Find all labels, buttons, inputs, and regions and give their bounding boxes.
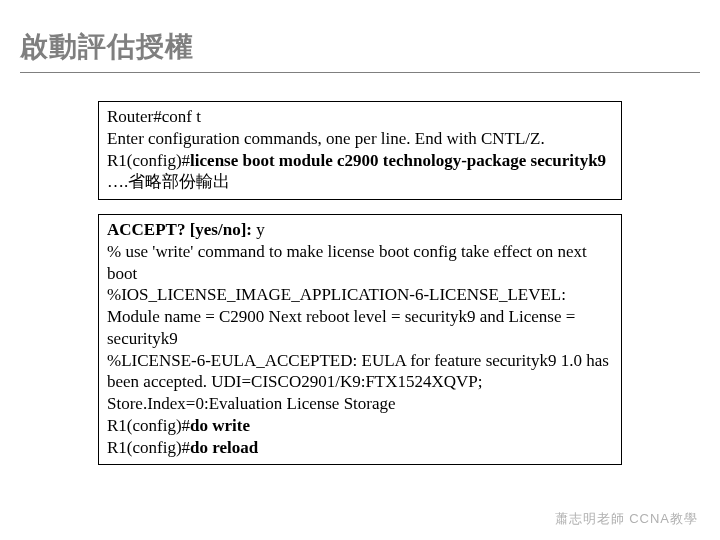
term2-line-1: ACCEPT? [yes/no]: y (107, 219, 613, 241)
term2-cmd-1: do write (190, 416, 250, 435)
term1-line-2: Enter configuration commands, one per li… (107, 128, 613, 150)
term1-prompt-2: R1(config)# (107, 151, 190, 170)
term2-line-4: %LICENSE-6-EULA_ACCEPTED: EULA for featu… (107, 350, 613, 415)
term2-prompt-accept: ACCEPT? [yes/no]: (107, 220, 256, 239)
term2-cmd-2: do reload (190, 438, 258, 457)
terminal-box-2: ACCEPT? [yes/no]: y % use 'write' comman… (98, 214, 622, 465)
term2-prompt-1: R1(config)# (107, 416, 190, 435)
term2-answer: y (256, 220, 265, 239)
slide-title: 啟動評估授權 (20, 28, 700, 73)
term2-line-5: R1(config)#do write (107, 415, 613, 437)
term1-cmd-2: license boot module c2900 technology-pac… (190, 151, 606, 170)
content-area: Router#conf t Enter configuration comman… (20, 101, 700, 465)
term1-line-4: ….省略部份輸出 (107, 171, 613, 193)
term1-line-3: R1(config)#license boot module c2900 tec… (107, 150, 613, 172)
term1-prompt-1: Router# (107, 107, 162, 126)
term2-line-3: %IOS_LICENSE_IMAGE_APPLICATION-6-LICENSE… (107, 284, 613, 349)
term1-line-1: Router#conf t (107, 106, 613, 128)
term1-cmd-1: conf t (162, 107, 201, 126)
term2-prompt-2: R1(config)# (107, 438, 190, 457)
footer-credit: 蕭志明老師 CCNA教學 (555, 510, 698, 528)
term2-line-2: % use 'write' command to make license bo… (107, 241, 613, 285)
terminal-box-1: Router#conf t Enter configuration comman… (98, 101, 622, 200)
term2-line-6: R1(config)#do reload (107, 437, 613, 459)
slide: 啟動評估授權 Router#conf t Enter configuration… (0, 0, 720, 465)
